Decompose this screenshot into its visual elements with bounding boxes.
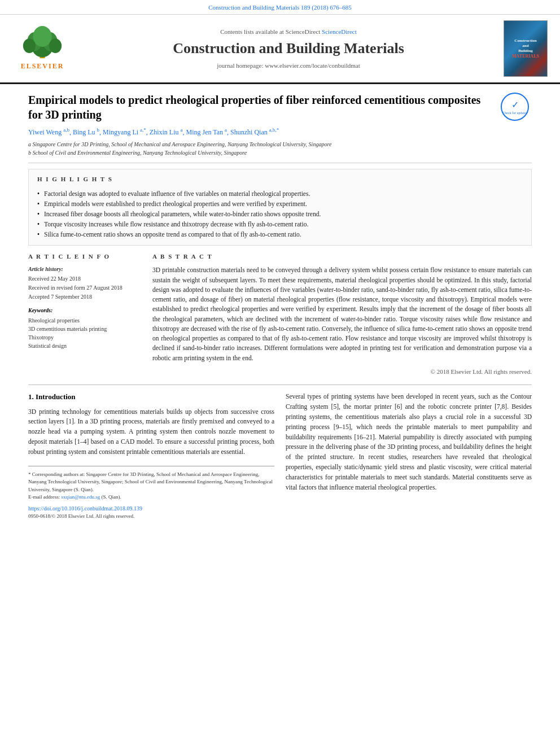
section-divider (28, 385, 532, 385)
received-date: Received 22 May 2018 (28, 275, 141, 283)
keywords-list: Rheological properties 3D cementitious m… (28, 317, 141, 350)
keywords-section: Keywords: Rheological properties 3D ceme… (28, 307, 141, 350)
abstract-section: A B S T R A C T 3D printable constructio… (152, 252, 532, 376)
author-shunzhi: Shunzhi Qian a,b,* (230, 128, 279, 136)
journal-header: ELSEVIER Contents lists available at Sci… (0, 15, 560, 84)
author-yiwei: Yiwei Weng a,b (28, 128, 69, 136)
accepted-date: Accepted 7 September 2018 (28, 293, 141, 301)
keyword-4: Statistical design (28, 342, 141, 350)
affiliation-b: b School of Civil and Environmental Engi… (28, 148, 492, 157)
science-direct-link[interactable]: ScienceDirect (322, 28, 357, 35)
science-direct-text: Contents lists available at ScienceDirec… (79, 28, 498, 36)
copyright-line: © 2018 Elsevier Ltd. All rights reserved… (152, 368, 532, 376)
history-label: Article history: (28, 265, 141, 273)
keyword-1: Rheological properties (28, 317, 141, 325)
intro-right-text: Several types of printing systems have b… (286, 392, 532, 492)
highlights-title: H I G H L I G H T S (37, 175, 523, 184)
article-history: Article history: Received 22 May 2018 Re… (28, 265, 141, 301)
intro-label: Introduction (36, 392, 76, 401)
intro-paragraph-right: Several types of printing systems have b… (286, 392, 532, 492)
corresponding-note: * Corresponding authors at: Singapore Ce… (28, 471, 274, 494)
abstract-title: A B S T R A C T (152, 252, 532, 261)
doi-line: https://doi.org/10.1016/j.conbuildmat.20… (28, 504, 274, 513)
section-number: 1. (28, 392, 36, 401)
author-zhixin: Zhixin Liu a (150, 128, 183, 136)
journal-header-center: Contents lists available at ScienceDirec… (79, 28, 498, 70)
highlight-item-4: Torque viscosity increases while flow re… (37, 219, 523, 229)
highlight-item-1: Factorial design was adopted to evaluate… (37, 189, 523, 199)
footnotes: * Corresponding authors at: Singapore Ce… (28, 466, 274, 521)
abstract-text: 3D printable construction materials need… (152, 265, 532, 363)
intro-paragraph-left: 3D printing technology for cementitious … (28, 407, 274, 457)
highlight-item-5: Silica fume-to-cement ratio shows an opp… (37, 229, 523, 239)
highlight-item-2: Empirical models were established to pre… (37, 199, 523, 209)
elsevier-logo-section: ELSEVIER (11, 26, 73, 71)
article-info-title: A R T I C L E I N F O (28, 252, 141, 261)
issn-line: 0950-0618/© 2018 Elsevier Ltd. All right… (28, 513, 274, 521)
article-info-abstract: A R T I C L E I N F O Article history: R… (28, 252, 532, 376)
author-bing: Bing Lu b (73, 128, 99, 136)
author-mingyang: Mingyang Li a,* (103, 128, 146, 136)
check-icon: ✓ (511, 99, 519, 111)
svg-point-6 (49, 39, 62, 54)
email-label: E-mail address: (28, 494, 60, 500)
keyword-3: Thixotropy (28, 334, 141, 342)
elsevier-brand-text: ELSEVIER (21, 62, 64, 71)
paper-title-text: Empirical models to predict rheological … (28, 93, 492, 157)
highlight-item-3: Increased fiber dosage boosts all rheolo… (37, 209, 523, 219)
introduction-section: 1. Introduction 3D printing technology f… (28, 392, 532, 520)
journal-homepage: journal homepage: www.elsevier.com/locat… (79, 62, 498, 70)
elsevier-tree-icon (17, 26, 68, 60)
affiliations: a Singapore Centre for 3D Printing, Scho… (28, 140, 492, 157)
author-ming: Ming Jen Tan a (186, 128, 227, 136)
keywords-title: Keywords: (28, 307, 141, 314)
email-address: sxqian@ntu.edu.sg (61, 494, 100, 500)
intro-left-text: 3D printing technology for cementitious … (28, 407, 274, 457)
paper-title-section: Empirical models to predict rheological … (28, 93, 532, 163)
affiliation-a: a Singapore Centre for 3D Printing, Scho… (28, 140, 492, 148)
main-content: Empirical models to predict rheological … (0, 84, 560, 528)
highlights-list: Factorial design was adopted to evaluate… (37, 189, 523, 239)
highlights-section: H I G H L I G H T S Factorial design was… (28, 169, 532, 246)
email-line: E-mail address: sxqian@ntu.edu.sg (S. Qi… (28, 493, 274, 501)
intro-title: 1. Introduction (28, 392, 274, 402)
journal-title: Construction and Building Materials (79, 38, 498, 59)
authors-line: Yiwei Weng a,b, Bing Lu b, Mingyang Li a… (28, 126, 492, 137)
revised-date: Received in revised form 27 August 2018 (28, 284, 141, 292)
badge-label: Check for updates (502, 111, 527, 115)
intro-left: 1. Introduction 3D printing technology f… (28, 392, 274, 520)
cover-title: ConstructionandBuilding MATERIALS (512, 38, 539, 60)
article-info: A R T I C L E I N F O Article history: R… (28, 252, 141, 376)
paper-title: Empirical models to predict rheological … (28, 93, 492, 122)
check-updates-badge: ✓ Check for updates (501, 93, 532, 121)
top-bar: Construction and Building Materials 189 … (0, 0, 560, 15)
svg-point-4 (33, 26, 51, 47)
keyword-2: 3D cementitious materials printing (28, 325, 141, 333)
intro-right: Several types of printing systems have b… (286, 392, 532, 520)
journal-citation: Construction and Building Materials 189 … (208, 4, 352, 11)
doi-url: https://doi.org/10.1016/j.conbuildmat.20… (28, 505, 142, 512)
email-suffix: (S. Qian). (102, 494, 121, 500)
svg-point-5 (23, 39, 36, 54)
journal-cover: ConstructionandBuilding MATERIALS (504, 20, 549, 77)
